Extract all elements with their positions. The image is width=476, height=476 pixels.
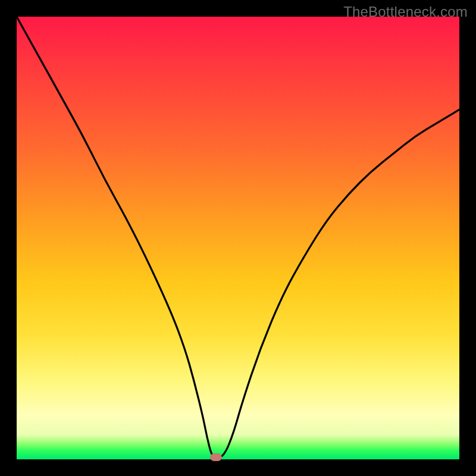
curve-svg [17,17,459,459]
bottleneck-curve-path [17,17,459,458]
minimum-marker [210,453,222,461]
chart-frame: TheBottleneck.com [0,0,476,476]
plot-area [17,17,459,459]
